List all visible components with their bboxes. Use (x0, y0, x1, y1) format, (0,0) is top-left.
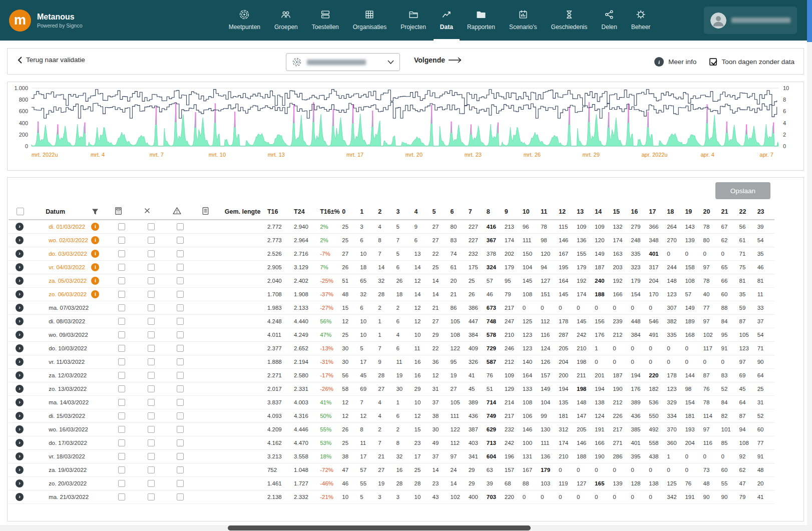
more-info-button[interactable]: i Meer info (654, 57, 696, 67)
row-calc-checkbox[interactable] (118, 250, 125, 257)
measurement-point-select[interactable] (286, 53, 400, 71)
row-warning-checkbox[interactable] (177, 453, 184, 460)
horizontal-scrollbar[interactable] (0, 525, 812, 531)
notes-column-header[interactable] (201, 204, 224, 220)
expand-row-button[interactable]: › (16, 425, 24, 433)
row-warning-checkbox[interactable] (177, 466, 184, 473)
row-warning-checkbox[interactable] (177, 237, 184, 244)
calculator-column-header[interactable] (113, 204, 142, 220)
row-warning-checkbox[interactable] (177, 426, 184, 433)
row-calc-checkbox[interactable] (118, 331, 125, 338)
nav-item-groepen[interactable]: Groepen (268, 0, 304, 41)
row-info-icon[interactable]: i (91, 250, 99, 258)
row-warning-checkbox[interactable] (177, 345, 184, 352)
row-info-icon[interactable]: i (91, 263, 99, 271)
metanous-logo[interactable]: m (9, 10, 31, 32)
row-warning-checkbox[interactable] (177, 480, 184, 487)
row-calc-checkbox[interactable] (118, 372, 125, 379)
save-button[interactable]: Opslaan (715, 182, 770, 199)
expand-row-button[interactable]: › (16, 493, 24, 501)
row-warning-checkbox[interactable] (177, 331, 184, 338)
row-calc-checkbox[interactable] (118, 399, 125, 406)
row-warning-checkbox[interactable] (177, 277, 184, 284)
row-warning-checkbox[interactable] (177, 223, 184, 230)
expand-row-button[interactable]: › (16, 250, 24, 258)
expand-row-button[interactable]: › (16, 452, 24, 460)
warning-column-header[interactable] (172, 204, 201, 220)
row-warning-checkbox[interactable] (177, 264, 184, 271)
row-exclude-checkbox[interactable] (148, 385, 155, 392)
row-exclude-checkbox[interactable] (148, 372, 155, 379)
row-calc-checkbox[interactable] (118, 439, 125, 446)
exclude-column-header[interactable] (143, 204, 172, 220)
row-exclude-checkbox[interactable] (148, 358, 155, 365)
row-warning-checkbox[interactable] (177, 412, 184, 419)
expand-row-button[interactable]: › (16, 236, 24, 244)
expand-row-button[interactable]: › (16, 412, 24, 420)
row-calc-checkbox[interactable] (118, 426, 125, 433)
expand-row-button[interactable]: › (16, 344, 24, 352)
show-days-checkbox[interactable] (709, 58, 717, 66)
row-warning-checkbox[interactable] (177, 358, 184, 365)
expand-row-button[interactable]: › (16, 439, 24, 447)
expand-row-button[interactable]: › (16, 331, 24, 339)
row-exclude-checkbox[interactable] (148, 345, 155, 352)
select-all-checkbox[interactable] (17, 208, 24, 215)
row-exclude-checkbox[interactable] (148, 277, 155, 284)
show-days-toggle[interactable]: Toon dagen zonder data (709, 58, 794, 66)
row-exclude-checkbox[interactable] (148, 493, 155, 500)
row-warning-checkbox[interactable] (177, 493, 184, 500)
row-calc-checkbox[interactable] (118, 291, 125, 298)
nav-item-scenarios[interactable]: Scenario's (503, 0, 544, 41)
row-exclude-checkbox[interactable] (148, 412, 155, 419)
row-calc-checkbox[interactable] (118, 480, 125, 487)
expand-row-button[interactable]: › (16, 304, 24, 312)
row-calc-checkbox[interactable] (118, 412, 125, 419)
expand-row-button[interactable]: › (16, 358, 24, 366)
back-to-validation-link[interactable]: Terug naar validatie (18, 56, 85, 64)
next-button[interactable]: Volgende (414, 56, 462, 64)
row-exclude-checkbox[interactable] (148, 291, 155, 298)
nav-item-delen[interactable]: Delen (595, 0, 623, 41)
row-calc-checkbox[interactable] (118, 453, 125, 460)
row-warning-checkbox[interactable] (177, 318, 184, 325)
expand-row-button[interactable]: › (16, 466, 24, 474)
expand-row-button[interactable]: › (16, 263, 24, 271)
expand-row-button[interactable]: › (16, 385, 24, 393)
nav-item-projecten[interactable]: Projecten (394, 0, 433, 41)
row-exclude-checkbox[interactable] (148, 237, 155, 244)
expand-row-button[interactable]: › (16, 317, 24, 325)
row-calc-checkbox[interactable] (118, 264, 125, 271)
row-exclude-checkbox[interactable] (148, 466, 155, 473)
nav-item-meetpunten[interactable]: Meetpunten (222, 0, 267, 41)
vertical-scrollbar[interactable] (807, 0, 812, 531)
row-warning-checkbox[interactable] (177, 439, 184, 446)
row-calc-checkbox[interactable] (118, 358, 125, 365)
nav-item-organisaties[interactable]: Organisaties (346, 0, 393, 41)
row-info-icon[interactable]: i (91, 290, 99, 298)
vertical-scrollbar-thumb[interactable] (807, 0, 812, 42)
row-exclude-checkbox[interactable] (148, 453, 155, 460)
row-calc-checkbox[interactable] (118, 385, 125, 392)
user-menu[interactable] (704, 7, 797, 34)
nav-item-data[interactable]: Data (434, 0, 460, 41)
row-calc-checkbox[interactable] (118, 304, 125, 311)
row-exclude-checkbox[interactable] (148, 480, 155, 487)
expand-row-button[interactable]: › (16, 277, 24, 285)
expand-row-button[interactable]: › (16, 371, 24, 379)
row-info-icon[interactable]: i (91, 236, 99, 244)
row-exclude-checkbox[interactable] (148, 318, 155, 325)
row-warning-checkbox[interactable] (177, 372, 184, 379)
row-exclude-checkbox[interactable] (148, 331, 155, 338)
row-calc-checkbox[interactable] (118, 223, 125, 230)
row-warning-checkbox[interactable] (177, 250, 184, 257)
row-calc-checkbox[interactable] (118, 318, 125, 325)
expand-row-button[interactable]: › (16, 290, 24, 298)
row-exclude-checkbox[interactable] (148, 304, 155, 311)
expand-row-button[interactable]: › (16, 223, 24, 231)
filter-icon[interactable] (91, 208, 99, 216)
row-info-icon[interactable]: i (91, 223, 99, 231)
nav-item-geschiedenis[interactable]: Geschiedenis (545, 0, 594, 41)
expand-row-button[interactable]: › (16, 398, 24, 406)
nav-item-toestellen[interactable]: Toestellen (305, 0, 345, 41)
